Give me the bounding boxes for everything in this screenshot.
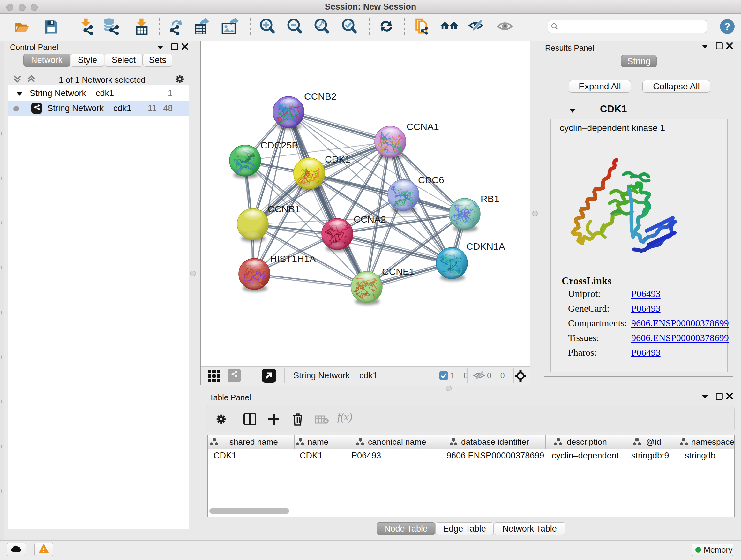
svg-text:CDKN1A: CDKN1A <box>466 241 505 252</box>
svg-text:HIST1H1A: HIST1H1A <box>270 253 316 264</box>
svg-text:RB1: RB1 <box>481 193 499 204</box>
svg-text:CCNE1: CCNE1 <box>382 266 414 277</box>
svg-text:CDC6: CDC6 <box>418 175 444 185</box>
svg-text:CCNB1: CCNB1 <box>268 204 300 214</box>
svg-text:CCNA2: CCNA2 <box>354 214 386 225</box>
svg-text:CCNA1: CCNA1 <box>407 121 439 132</box>
svg-text:CDK1: CDK1 <box>325 154 350 165</box>
svg-text:CCNB2: CCNB2 <box>304 91 337 102</box>
svg-text:CDC25B: CDC25B <box>260 140 298 150</box>
